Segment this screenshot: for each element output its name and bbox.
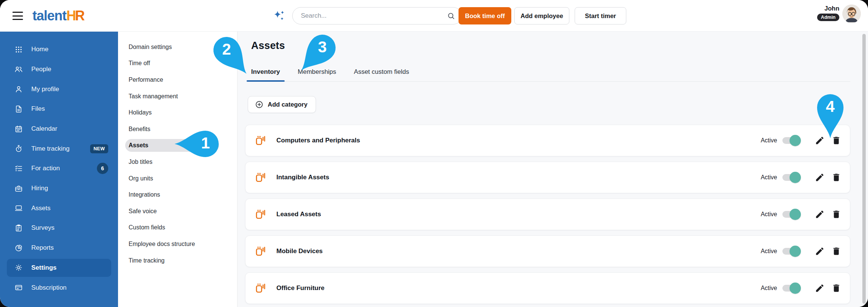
submenu-item-holidays[interactable]: Holidays — [118, 104, 237, 121]
add-employee-button[interactable]: Add employee — [514, 7, 569, 24]
sidebar-item-people[interactable]: People — [7, 60, 111, 79]
submenu-label: Org units — [129, 175, 153, 182]
submenu-item-integrations[interactable]: Integrations — [118, 186, 237, 203]
sidebar-item-time-tracking[interactable]: Time tracking NEW — [7, 139, 111, 158]
submenu-label: Benefits — [129, 126, 150, 133]
submenu-item-custom-fields[interactable]: Custom fields — [118, 220, 237, 236]
user-avatar[interactable] — [842, 5, 861, 23]
add-category-label: Add category — [268, 101, 307, 108]
status-label: Active — [761, 248, 777, 255]
submenu-item-benefits[interactable]: Benefits — [118, 121, 237, 137]
trash-icon — [831, 246, 841, 256]
asset-category-icon — [255, 172, 266, 183]
toggle-knob — [790, 209, 801, 220]
delete-button[interactable] — [831, 246, 841, 256]
checklist-icon — [14, 164, 23, 173]
submenu-item-time-off[interactable]: Time off — [118, 55, 237, 72]
toggle-knob — [790, 283, 801, 294]
active-toggle[interactable] — [782, 211, 800, 218]
search-input[interactable] — [301, 12, 447, 20]
main-content: Assets Inventory Memberships Asset custo… — [238, 32, 868, 307]
user-role-badge: Admin — [817, 14, 839, 21]
toggle-knob — [790, 135, 801, 146]
tab-inventory[interactable]: Inventory — [251, 68, 280, 81]
submenu-item-employee-docs-structure[interactable]: Employee docs structure — [118, 236, 237, 252]
sidebar-label: Assets — [31, 205, 51, 212]
sidebar-item-surveys[interactable]: Surveys — [7, 219, 111, 237]
page-title: Assets — [251, 40, 285, 52]
delete-button[interactable] — [831, 173, 841, 182]
sidebar-label: Reports — [31, 244, 54, 252]
home-grid-icon — [14, 45, 23, 54]
briefcase-icon — [14, 184, 23, 193]
status-label: Active — [761, 137, 777, 144]
submenu-item-safe-voice[interactable]: Safe voice — [118, 203, 237, 220]
sidebar-label: Files — [31, 105, 45, 113]
submenu-item-time-tracking[interactable]: Time tracking — [118, 252, 237, 269]
sidebar-item-subscription[interactable]: Subscription — [7, 278, 111, 297]
tab-bar: Inventory Memberships Asset custom field… — [251, 68, 850, 82]
submenu-label: Time off — [129, 60, 150, 67]
edit-button[interactable] — [815, 209, 825, 219]
delete-button[interactable] — [831, 209, 841, 219]
sidebar-label: Calendar — [31, 125, 57, 133]
submenu-label: Domain settings — [129, 44, 172, 50]
submenu-item-performance[interactable]: Performance — [118, 72, 237, 88]
submenu-item-task-management[interactable]: Task management — [118, 88, 237, 105]
delete-button[interactable] — [831, 283, 841, 293]
edit-button[interactable] — [815, 136, 825, 145]
tab-memberships[interactable]: Memberships — [298, 68, 336, 81]
for-action-count-badge: 6 — [97, 163, 108, 174]
sidebar-label: My profile — [31, 86, 59, 93]
settings-submenu: Domain settings Time off Performance Tas… — [118, 32, 238, 307]
sidebar-item-files[interactable]: Files — [7, 100, 111, 118]
submenu-item-job-titles[interactable]: Job titles — [118, 154, 237, 170]
asset-category-icon — [255, 135, 266, 146]
sidebar-item-calendar[interactable]: Calendar — [7, 120, 111, 138]
calendar-icon — [14, 125, 23, 133]
category-row-leased-assets: Leased Assets Active — [245, 199, 850, 230]
book-time-off-button[interactable]: Book time off — [459, 7, 511, 24]
submenu-item-domain-settings[interactable]: Domain settings — [118, 39, 237, 55]
sidebar-label: Hiring — [31, 185, 48, 192]
talenthr-logo: talentHR — [32, 8, 84, 24]
submenu-item-assets[interactable]: Assets — [118, 137, 237, 154]
status-label: Active — [761, 211, 777, 218]
sidebar-label: Surveys — [31, 224, 54, 232]
tab-asset-custom-fields[interactable]: Asset custom fields — [354, 68, 409, 81]
add-category-button[interactable]: Add category — [248, 96, 316, 113]
start-timer-button[interactable]: Start timer — [575, 7, 626, 24]
sidebar-item-home[interactable]: Home — [7, 40, 111, 59]
delete-button[interactable] — [831, 136, 841, 145]
category-name: Intangible Assets — [276, 174, 329, 181]
sidebar-item-hiring[interactable]: Hiring — [7, 179, 111, 198]
ai-sparkle-icon[interactable] — [273, 10, 285, 22]
active-toggle[interactable] — [782, 285, 800, 292]
sidebar-item-reports[interactable]: Reports — [7, 239, 111, 257]
status-label: Active — [761, 285, 777, 292]
active-toggle[interactable] — [782, 174, 800, 181]
asset-category-list: Computers and Peripherals Active Intangi… — [245, 125, 850, 307]
category-row-mobile-devices: Mobile Devices Active — [245, 235, 850, 267]
stopwatch-icon — [14, 144, 23, 153]
active-toggle[interactable] — [782, 248, 800, 255]
sidebar-item-settings[interactable]: Settings — [7, 259, 111, 277]
trash-icon — [831, 173, 841, 182]
pencil-icon — [815, 283, 825, 293]
active-toggle[interactable] — [782, 137, 800, 144]
edit-button[interactable] — [815, 173, 825, 182]
edit-button[interactable] — [815, 283, 825, 293]
sidebar-item-assets[interactable]: Assets — [7, 199, 111, 218]
category-name: Mobile Devices — [276, 247, 323, 255]
category-row-intangible-assets: Intangible Assets Active — [245, 162, 850, 193]
edit-button[interactable] — [815, 246, 825, 256]
sidebar-item-my-profile[interactable]: My profile — [7, 80, 111, 98]
vertical-scrollbar[interactable] — [862, 34, 866, 304]
trash-icon — [831, 136, 841, 145]
pencil-icon — [815, 173, 825, 182]
submenu-item-org-units[interactable]: Org units — [118, 170, 237, 187]
sidebar-item-for-action[interactable]: For action 6 — [7, 159, 111, 178]
person-icon — [14, 85, 23, 93]
toggle-knob — [790, 246, 801, 257]
hamburger-menu-icon[interactable] — [12, 12, 23, 20]
